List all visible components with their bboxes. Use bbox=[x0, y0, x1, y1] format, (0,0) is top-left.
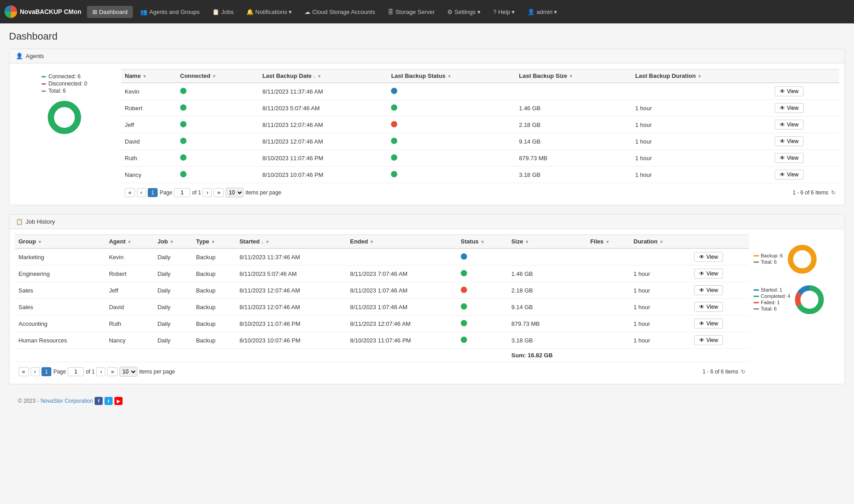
job-first-page[interactable]: « bbox=[18, 367, 29, 376]
svg-point-3 bbox=[795, 252, 809, 266]
agents-prev-page[interactable]: ‹ bbox=[137, 188, 146, 197]
job-group: Human Resources bbox=[15, 332, 105, 349]
facebook-icon[interactable]: f bbox=[95, 397, 103, 405]
job-status bbox=[457, 248, 508, 266]
nav-help[interactable]: ? Help ▾ bbox=[488, 6, 521, 18]
backup-total-color bbox=[754, 261, 759, 263]
agents-header-label: Agents bbox=[26, 53, 44, 59]
jsize-filter-icon[interactable]: ▼ bbox=[525, 239, 529, 244]
jduration-filter-icon[interactable]: ▼ bbox=[659, 239, 664, 244]
agent-duration: 1 hour bbox=[631, 150, 771, 166]
agents-refresh-icon[interactable]: ↻ bbox=[831, 189, 836, 196]
job-duration: 1 hour bbox=[630, 282, 691, 299]
job-duration bbox=[630, 248, 691, 266]
agents-page-1[interactable]: 1 bbox=[148, 188, 158, 197]
job-view-button[interactable]: 👁 View bbox=[694, 285, 723, 295]
agents-header-icon: 👤 bbox=[16, 53, 23, 59]
nav-storage-server[interactable]: 🗄 Storage Server bbox=[382, 6, 440, 18]
status-filter-icon[interactable]: ▼ bbox=[447, 74, 452, 79]
job-page-input[interactable] bbox=[68, 367, 84, 376]
jstatus-filter-icon[interactable]: ▼ bbox=[480, 239, 485, 244]
connected-label: Connected: 6 bbox=[48, 73, 80, 80]
twitter-icon[interactable]: t bbox=[104, 397, 113, 405]
col-last-backup-duration: Last Backup Duration ▼ bbox=[631, 69, 771, 83]
agent-duration: 1 hour bbox=[631, 117, 771, 133]
job-started: 8/11/2023 5:07:46 AM bbox=[236, 266, 347, 282]
youtube-icon[interactable]: ▶ bbox=[114, 397, 123, 405]
agents-next-page[interactable]: › bbox=[203, 188, 212, 197]
connected-filter-icon[interactable]: ▼ bbox=[212, 74, 217, 79]
legend-connected: Connected: 6 bbox=[41, 73, 87, 80]
job-actions: 👁 View bbox=[690, 299, 749, 315]
agent-status bbox=[387, 100, 515, 117]
job-name: Daily bbox=[154, 332, 193, 349]
table-row: Human Resources Nancy Daily Backup 8/10/… bbox=[15, 332, 749, 349]
nav-settings[interactable]: ⚙ Settings ▾ bbox=[442, 6, 486, 18]
agent-view-button[interactable]: 👁 View bbox=[775, 170, 804, 180]
job-panel-header: 📋 Job History bbox=[9, 215, 845, 229]
job-status-legend: Started: 1 Completed: 4 Failed: 1 bbox=[754, 287, 790, 312]
nav-agents[interactable]: 👥 Agents and Groups bbox=[135, 6, 205, 18]
job-ended bbox=[346, 248, 457, 266]
job-group: Engineering bbox=[15, 266, 105, 282]
job-refresh-icon[interactable]: ↻ bbox=[741, 369, 745, 375]
jagent-filter-icon[interactable]: ▼ bbox=[127, 239, 132, 244]
job-view-button[interactable]: 👁 View bbox=[694, 319, 723, 328]
nav-admin[interactable]: 👤 admin ▾ bbox=[522, 6, 563, 18]
job-agent: Ruth bbox=[105, 315, 154, 332]
nav-dashboard[interactable]: ⊞ Dashboard bbox=[87, 6, 133, 18]
job-backup-donut bbox=[786, 243, 818, 275]
duration-filter-icon[interactable]: ▼ bbox=[697, 74, 702, 79]
jended-filter-icon[interactable]: ▼ bbox=[370, 239, 374, 244]
agent-view-button[interactable]: 👁 View bbox=[775, 153, 804, 163]
agent-actions: 👁 View bbox=[771, 166, 839, 183]
agent-view-button[interactable]: 👁 View bbox=[775, 136, 804, 146]
agents-items-per-page[interactable]: 10 25 50 bbox=[226, 188, 244, 198]
agent-actions: 👁 View bbox=[771, 150, 839, 166]
job-items-label: items per page bbox=[139, 369, 175, 375]
jgroup-filter-icon[interactable]: ▼ bbox=[38, 239, 42, 244]
agent-view-button[interactable]: 👁 View bbox=[775, 103, 804, 113]
job-table-body: Marketing Kevin Daily Backup 8/11/2023 1… bbox=[15, 248, 749, 349]
job-view-button[interactable]: 👁 View bbox=[694, 302, 723, 312]
job-view-button[interactable]: 👁 View bbox=[694, 269, 723, 279]
job-view-button[interactable]: 👁 View bbox=[694, 335, 723, 345]
job-next-page[interactable]: › bbox=[96, 367, 105, 376]
date-filter-icon[interactable]: ▼ bbox=[317, 74, 322, 79]
agent-size: 3.18 GB bbox=[515, 166, 631, 183]
col-last-backup-date: Last Backup Date ↓ ▼ bbox=[259, 69, 388, 83]
main-content: Dashboard 👤 Agents Connected: 6 bbox=[0, 23, 854, 416]
agent-view-button[interactable]: 👁 View bbox=[775, 86, 804, 96]
footer-company-link[interactable]: NovaStor Corporation bbox=[41, 398, 93, 404]
job-last-page[interactable]: » bbox=[107, 367, 118, 376]
agent-size bbox=[515, 83, 631, 100]
jjob-filter-icon[interactable]: ▼ bbox=[169, 239, 174, 244]
date-sort-icon[interactable]: ↓ bbox=[313, 74, 315, 79]
name-filter-icon[interactable]: ▼ bbox=[142, 74, 147, 79]
backup-color bbox=[754, 255, 759, 256]
jstarted-sort-icon[interactable]: ↓ bbox=[261, 239, 263, 244]
nav-cloud-storage[interactable]: ☁ Cloud Storage Accounts bbox=[299, 6, 380, 18]
nav-notifications[interactable]: 🔔 Notifications ▾ bbox=[241, 6, 297, 18]
agent-view-button[interactable]: 👁 View bbox=[775, 120, 804, 130]
agents-first-page[interactable]: « bbox=[125, 188, 135, 197]
jtype-filter-icon[interactable]: ▼ bbox=[211, 239, 215, 244]
job-actions: 👁 View bbox=[690, 266, 749, 282]
job-panel-body: Group ▼ Agent ▼ Job ▼ Type ▼ Started ↓ ▼… bbox=[9, 229, 845, 384]
jfiles-filter-icon[interactable]: ▼ bbox=[605, 239, 610, 244]
job-items-per-page[interactable]: 10 25 50 bbox=[119, 367, 137, 377]
nav-jobs[interactable]: 📋 Jobs bbox=[207, 6, 239, 18]
agent-last-date: 8/10/2023 10:07:46 PM bbox=[259, 166, 388, 183]
job-page-1[interactable]: 1 bbox=[41, 367, 52, 376]
agent-last-date: 8/11/2023 12:07:46 AM bbox=[259, 133, 388, 150]
jstarted-filter-icon[interactable]: ▼ bbox=[265, 239, 270, 244]
connected-color bbox=[41, 76, 46, 77]
agents-last-page[interactable]: » bbox=[214, 188, 224, 197]
job-pagination-right: 1 - 6 of 6 items ↻ bbox=[703, 369, 745, 375]
job-table-header-row: Group ▼ Agent ▼ Job ▼ Type ▼ Started ↓ ▼… bbox=[15, 235, 749, 249]
agent-name: Jeff bbox=[121, 117, 177, 133]
agents-page-input[interactable] bbox=[174, 188, 190, 197]
job-view-button[interactable]: 👁 View bbox=[694, 252, 723, 262]
job-prev-page[interactable]: ‹ bbox=[31, 367, 40, 376]
size-filter-icon[interactable]: ▼ bbox=[569, 74, 573, 79]
